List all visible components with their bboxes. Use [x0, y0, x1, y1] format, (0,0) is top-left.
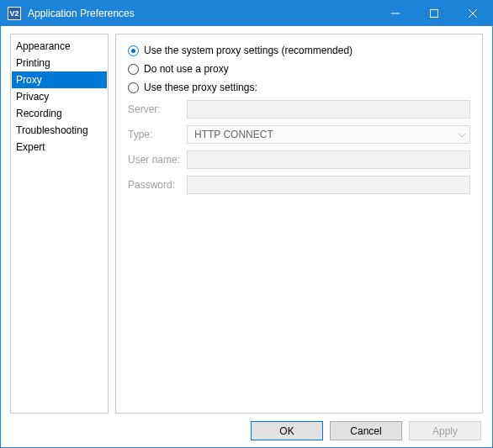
password-input[interactable] [187, 176, 470, 194]
sidebar: Appearance Printing Proxy Privacy Record… [10, 34, 109, 414]
window-body: Appearance Printing Proxy Privacy Record… [1, 26, 492, 447]
close-button[interactable] [453, 1, 492, 26]
app-icon: V2 [8, 7, 21, 20]
sidebar-item-troubleshooting[interactable]: Troubleshooting [12, 122, 107, 139]
proxy-form: Server: Type: HTTP CONNECT [128, 100, 470, 194]
type-select-wrap: HTTP CONNECT [187, 125, 470, 144]
radio-none-label: Do not use a proxy [144, 63, 229, 75]
label-username: User name: [128, 154, 187, 166]
radio-custom-proxy[interactable] [128, 82, 139, 93]
close-icon [469, 9, 477, 18]
sidebar-item-printing[interactable]: Printing [12, 55, 107, 71]
sidebar-item-expert[interactable]: Expert [12, 139, 107, 155]
window-title: Application Preferences [28, 8, 376, 19]
apply-button[interactable]: Apply [409, 421, 481, 440]
label-password: Password: [128, 179, 187, 191]
ok-button[interactable]: OK [251, 421, 323, 440]
row-type: Type: HTTP CONNECT [128, 125, 470, 144]
maximize-button[interactable] [415, 1, 453, 26]
radio-system-proxy[interactable] [128, 45, 139, 56]
dialog-footer: OK Cancel Apply [10, 421, 483, 440]
row-username: User name: [128, 150, 470, 169]
chevron-down-icon [459, 129, 465, 140]
row-server: Server: [128, 100, 470, 119]
radio-row-system[interactable]: Use the system proxy settings (recommend… [128, 45, 470, 56]
sidebar-item-privacy[interactable]: Privacy [12, 88, 107, 105]
svg-rect-1 [431, 10, 438, 18]
type-select[interactable]: HTTP CONNECT [187, 125, 470, 144]
titlebar: V2 Application Preferences [1, 1, 492, 26]
radio-no-proxy[interactable] [128, 64, 139, 75]
username-input[interactable] [187, 150, 470, 169]
sidebar-item-proxy[interactable]: Proxy [12, 71, 107, 88]
server-input[interactable] [187, 100, 470, 119]
radio-system-label: Use the system proxy settings (recommend… [144, 45, 353, 56]
preferences-window: V2 Application Preferences Appearance Pr… [0, 0, 493, 448]
radio-row-none[interactable]: Do not use a proxy [128, 63, 470, 75]
maximize-icon [430, 9, 438, 18]
type-select-value: HTTP CONNECT [194, 129, 273, 140]
row-password: Password: [128, 176, 470, 194]
radio-custom-label: Use these proxy settings: [144, 82, 257, 93]
sidebar-item-appearance[interactable]: Appearance [12, 38, 107, 55]
content-panel: Use the system proxy settings (recommend… [115, 34, 483, 414]
panels: Appearance Printing Proxy Privacy Record… [10, 34, 483, 414]
window-controls [376, 1, 492, 26]
sidebar-item-recording[interactable]: Recording [12, 105, 107, 122]
cancel-button[interactable]: Cancel [330, 421, 402, 440]
minimize-button[interactable] [376, 1, 415, 26]
label-type: Type: [128, 129, 187, 140]
minimize-icon [391, 9, 400, 18]
label-server: Server: [128, 103, 187, 115]
radio-row-custom[interactable]: Use these proxy settings: [128, 82, 470, 93]
